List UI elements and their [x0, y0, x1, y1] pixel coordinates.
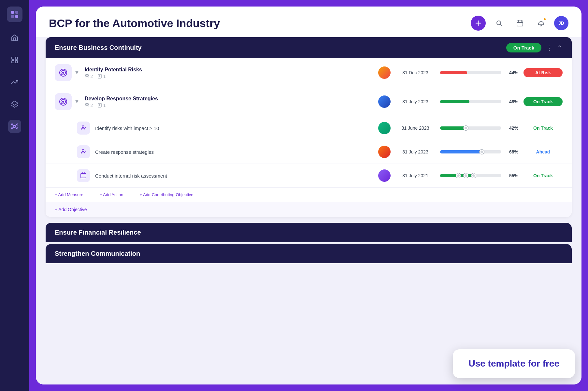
add-contributing-link[interactable]: + Add Contributing Objective [139, 192, 193, 197]
use-template-cta[interactable]: Use template for free [453, 349, 575, 378]
objective-name-1: Identify Potential Risks [85, 67, 373, 73]
search-button[interactable] [492, 16, 507, 31]
subtask-bar-bg-3 [440, 174, 501, 177]
objective-icon-2 [55, 93, 72, 110]
progress-bar-fill-2 [440, 100, 469, 103]
add-links-divider-2: —— [127, 192, 136, 197]
subtask-avatar-2 [378, 146, 391, 158]
svg-rect-1 [15, 11, 18, 14]
objective-progress-1: 44% [440, 70, 518, 75]
sidebar-item-layers[interactable] [8, 98, 21, 111]
subtask-date-3: 31 July 2021 [396, 173, 435, 178]
objective-name-2: Develop Response Strategies [85, 96, 373, 102]
objective-status-2: On Track [523, 97, 563, 106]
white-card: BCP for the Automotive Industry [36, 7, 581, 384]
svg-rect-6 [12, 61, 14, 63]
main-area: BCP for the Automotive Industry [29, 0, 588, 391]
user-avatar[interactable]: JD [554, 16, 568, 30]
objective-info-2: Develop Response Strategies 2 1 [85, 96, 373, 108]
svg-rect-39 [98, 103, 101, 107]
section-header-2: Ensure Financial Resilience [46, 223, 572, 242]
svg-point-28 [62, 72, 64, 74]
subtask-progress-1: 42% [440, 125, 518, 131]
subtask-progress-3: 55% [440, 173, 518, 178]
progress-marker-3b [464, 173, 468, 178]
subtask-status-1: On Track [523, 123, 563, 133]
content-area: Ensure Business Continuity On Track ⋮ ⌃ [36, 37, 581, 384]
subtask-bar-fill-2 [440, 150, 482, 153]
objective-date-2: 31 July 2023 [396, 99, 435, 104]
calendar-button[interactable] [512, 16, 527, 31]
subtask-avatar-1 [378, 122, 391, 134]
app-header: BCP for the Automotive Industry [36, 7, 581, 37]
add-button[interactable] [471, 16, 486, 31]
sidebar-item-trend[interactable] [8, 76, 21, 89]
section-body-1: ▼ Identify Potential Risks 2 1 [46, 58, 572, 217]
add-measure-link[interactable]: + Add Measure [55, 192, 83, 197]
svg-marker-8 [11, 101, 18, 105]
obj-doc-1: 1 [97, 74, 106, 79]
subtask-bar-bg-1 [440, 126, 501, 130]
section-strengthen-communication: Strengthen Communication [46, 244, 572, 263]
section-title-3: Strengthen Communication [55, 250, 140, 257]
section-header-1: Ensure Business Continuity On Track ⋮ ⌃ [46, 37, 572, 58]
svg-point-30 [87, 75, 88, 76]
add-objective-link[interactable]: + Add Objective [55, 207, 87, 212]
svg-line-21 [500, 24, 502, 26]
svg-rect-22 [517, 21, 523, 26]
subtask-progress-2: 68% [440, 149, 518, 154]
add-links-divider-1: —— [87, 192, 96, 197]
sidebar-item-network[interactable] [8, 120, 21, 133]
page-title: BCP for the Automotive Industry [49, 17, 220, 30]
svg-rect-4 [12, 57, 14, 59]
obj-collab-1: 2 [85, 74, 93, 79]
svg-rect-2 [11, 15, 14, 18]
subtask-avatar-3 [378, 169, 391, 182]
subtask-name-3: Conduct internal risk assessment [95, 173, 373, 179]
objective-meta-2: 2 1 [85, 103, 373, 108]
subtask-pct-2: 68% [505, 149, 518, 154]
objective-meta-1: 2 1 [85, 74, 373, 79]
section-title-1: Ensure Business Continuity [55, 44, 142, 51]
svg-rect-3 [15, 15, 18, 18]
section-more-icon-1[interactable]: ⋮ [546, 44, 552, 52]
svg-point-38 [87, 104, 88, 105]
svg-point-36 [62, 101, 64, 103]
svg-line-15 [15, 124, 17, 126]
sidebar-item-list[interactable] [8, 53, 21, 66]
subtask-status-3: On Track [523, 171, 563, 180]
subtask-pct-3: 55% [505, 173, 518, 178]
subtask-date-1: 31 June 2023 [396, 125, 435, 131]
add-action-link[interactable]: + Add Action [100, 192, 123, 197]
section-title-2: Ensure Financial Resilience [55, 229, 141, 236]
notification-badge [543, 18, 546, 21]
subtask-status-2: Ahead [523, 147, 563, 156]
svg-rect-7 [15, 61, 18, 63]
section-collapse-icon-1[interactable]: ⌃ [557, 44, 563, 52]
progress-bar-bg-2 [440, 100, 501, 103]
add-objective-row: + Add Objective [46, 202, 572, 217]
progress-marker-2 [480, 150, 484, 154]
sidebar-item-home[interactable] [8, 31, 21, 44]
objective-progress-2: 48% [440, 99, 518, 104]
obj-doc-2: 1 [97, 103, 106, 108]
sidebar-logo[interactable] [7, 7, 22, 22]
subtask-pct-1: 42% [505, 125, 518, 131]
subtask-name-1: Identify risks with impact > 10 [95, 125, 373, 131]
objective-status-1: At Risk [523, 68, 563, 77]
section-ensure-business-continuity: Ensure Business Continuity On Track ⋮ ⌃ [46, 37, 572, 217]
notification-button[interactable] [533, 16, 548, 31]
subtask-date-2: 31 July 2023 [396, 149, 435, 154]
svg-line-16 [13, 127, 14, 128]
objective-date-1: 31 Dec 2023 [396, 70, 435, 75]
svg-rect-44 [81, 173, 86, 178]
subtask-icon-1 [77, 122, 90, 135]
section-header-3: Strengthen Communication [46, 244, 572, 263]
objective-chevron-2[interactable]: ▼ [74, 99, 79, 105]
section-header-right-1: On Track ⋮ ⌃ [506, 43, 563, 52]
progress-bar-bg-1 [440, 71, 501, 74]
objective-chevron-1[interactable]: ▼ [74, 70, 79, 76]
use-template-label: Use template for free [468, 358, 559, 369]
section-status-badge-1: On Track [506, 43, 541, 52]
progress-bar-fill-1 [440, 71, 467, 74]
